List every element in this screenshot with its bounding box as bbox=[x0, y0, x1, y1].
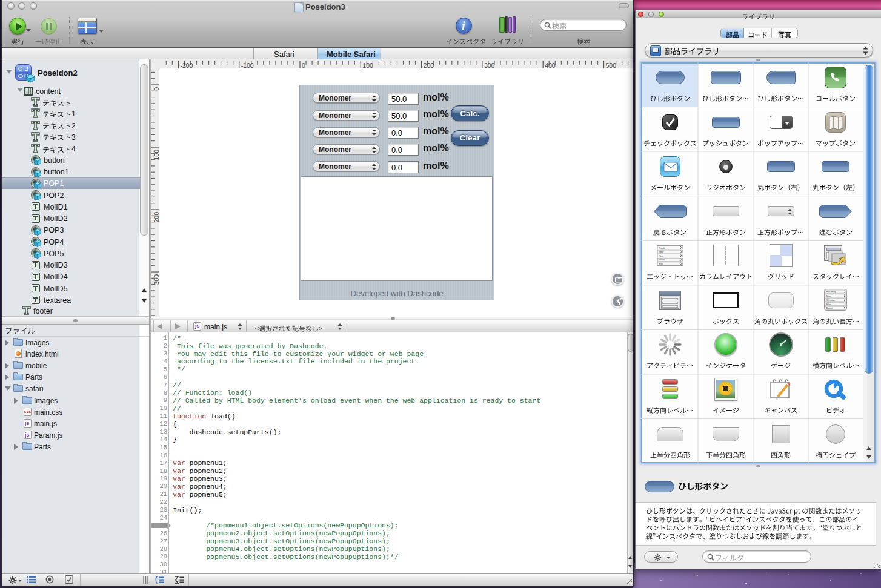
svg-text:0: 0 bbox=[153, 87, 159, 91]
svg-text:200: 200 bbox=[424, 62, 434, 68]
svg-text:300: 300 bbox=[484, 62, 495, 68]
svg-text:Mike: Mike bbox=[659, 251, 664, 253]
svg-text:Daniel: Daniel bbox=[826, 307, 833, 309]
svg-text:Gauri: Gauri bbox=[659, 259, 665, 261]
svg-text:0: 0 bbox=[302, 62, 305, 68]
svg-text:300: 300 bbox=[153, 274, 159, 285]
svg-text:200: 200 bbox=[153, 212, 159, 223]
svg-text:Mike: Mike bbox=[826, 303, 831, 306]
svg-text:Tim: Tim bbox=[659, 255, 663, 257]
svg-text:100: 100 bbox=[362, 62, 373, 68]
svg-text:Christian: Christian bbox=[826, 299, 835, 302]
svg-text:-200: -200 bbox=[180, 62, 193, 68]
svg-text:Sarah: Sarah bbox=[659, 247, 665, 249]
svg-text:Max: Max bbox=[826, 295, 831, 297]
svg-text:100: 100 bbox=[153, 150, 159, 160]
svg-text:-100: -100 bbox=[241, 62, 254, 68]
svg-text:Han Ming: Han Ming bbox=[826, 291, 836, 293]
svg-text:500: 500 bbox=[606, 62, 617, 68]
svg-text:Eric: Eric bbox=[659, 263, 663, 265]
svg-text:400: 400 bbox=[545, 62, 556, 68]
